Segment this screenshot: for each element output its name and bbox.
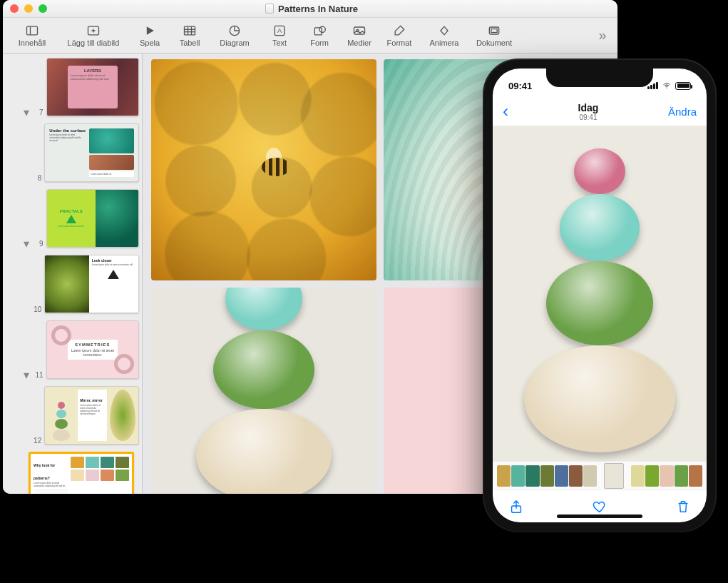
slide-image-urchin-stack[interactable] (151, 288, 376, 494)
svg-point-20 (666, 87, 667, 88)
edit-button[interactable]: Ändra (668, 106, 697, 118)
toolbar-media-button[interactable]: Medier (339, 19, 379, 53)
document-icon (265, 4, 274, 14)
nav-title: Idag 09:41 (578, 101, 599, 122)
slide-title: Under the surface (49, 128, 86, 133)
favorite-button[interactable] (592, 499, 607, 514)
toolbar-format-button[interactable]: Format (379, 19, 419, 53)
scrubber-thumb[interactable] (675, 465, 688, 487)
photo-urchin-stack (524, 148, 675, 452)
toolbar-shape-button[interactable]: Form (299, 19, 339, 53)
scrubber-thumb[interactable] (689, 465, 702, 487)
toolbar-animate-button[interactable]: Animera (419, 19, 469, 53)
toolbar-label: Tabell (180, 39, 200, 47)
close-window-button[interactable] (10, 4, 19, 13)
svg-marker-5 (147, 26, 154, 35)
shape-icon (312, 24, 327, 37)
slide-navigator[interactable]: ▾ 7 LAYERSLorem ipsum dolor sit amet con… (3, 54, 143, 494)
slide-thumb-9[interactable]: ▾ 9 FRACTALSLorem ipsum dolor sit amet. (3, 189, 139, 248)
bee-illustration (255, 152, 297, 182)
chevron-down-icon[interactable]: ▾ (23, 239, 31, 248)
svg-rect-6 (185, 26, 195, 35)
toolbar-document-button[interactable]: Dokument (469, 19, 519, 53)
scrubber-thumb[interactable] (526, 465, 539, 487)
scrubber-thumb[interactable] (540, 465, 554, 487)
photo-scrubber[interactable] (493, 461, 707, 490)
chevron-down-icon[interactable]: ▾ (23, 370, 31, 379)
slide-number: 9 (34, 240, 43, 248)
minimize-window-button[interactable] (24, 4, 33, 13)
svg-rect-14 (314, 27, 322, 34)
table-icon (183, 24, 197, 37)
window-controls (10, 4, 47, 13)
toolbar-label: Text (272, 39, 287, 47)
scrubber-thumb[interactable] (569, 465, 583, 487)
scrubber-thumb[interactable] (583, 465, 597, 487)
svg-point-15 (319, 26, 325, 32)
slide-title: Mirror, mirror (80, 398, 103, 402)
scrubber-thumb[interactable] (631, 465, 645, 487)
titlebar: Patterns In Nature (3, 0, 617, 18)
share-button[interactable] (508, 499, 524, 514)
toolbar-view-button[interactable]: Innehåll (7, 19, 57, 53)
toolbar-label: Medier (347, 39, 371, 47)
toolbar-overflow-button[interactable]: » (592, 27, 613, 44)
scrubber-thumb[interactable] (555, 465, 568, 487)
toolbar: Innehåll Lägg till diabild Spela Tabell … (3, 18, 617, 54)
slide-preview-selected: Why look for patterns?Lorem ipsum dolor … (29, 452, 134, 494)
nav-subtitle-text: 09:41 (578, 113, 599, 121)
zoom-window-button[interactable] (39, 4, 47, 13)
chart-icon (227, 24, 242, 37)
status-time: 09:41 (508, 81, 532, 91)
play-icon (143, 24, 157, 37)
text-icon: A (272, 24, 287, 37)
media-icon (352, 24, 366, 37)
slide-number: 12 (31, 437, 41, 445)
slide-thumb-7[interactable]: ▾ 7 LAYERSLorem ipsum dolor sit amet con… (3, 58, 139, 116)
slide-title: Why look for patterns? (34, 463, 55, 480)
toolbar-chart-button[interactable]: Diagram (210, 19, 260, 53)
slide-preview: Under the surfaceLorem ipsum dolor sit a… (44, 123, 139, 182)
slide-preview: FRACTALSLorem ipsum dolor sit amet. (46, 189, 139, 248)
slide-thumb-13[interactable]: 13 Why look for patterns?Lorem ipsum dol… (3, 452, 139, 494)
delete-button[interactable] (675, 499, 691, 514)
slide-number: 10 (31, 305, 41, 313)
toolbar-add-slide-button[interactable]: Lägg till diabild (57, 19, 130, 53)
toolbar-label: Form (310, 39, 329, 47)
nav-title-text: Idag (578, 102, 599, 113)
toolbar-text-button[interactable]: A Text (260, 19, 299, 53)
slide-preview: SYMMETRIESLorem ipsum dolor sit amet con… (46, 320, 139, 379)
scrubber-current[interactable] (604, 463, 624, 489)
photo-viewer[interactable] (493, 126, 707, 461)
slide-number: 8 (31, 174, 41, 182)
toolbar-label: Spela (140, 39, 160, 47)
toolbar-play-button[interactable]: Spela (130, 19, 170, 53)
iphone-screen: 09:41 ‹ Idag 09:41 Ändra (493, 69, 707, 522)
scrubber-thumb[interactable] (511, 465, 525, 487)
slide-number: 11 (34, 371, 43, 379)
document-title-text: Patterns In Nature (278, 4, 358, 14)
svg-rect-19 (491, 29, 497, 32)
toolbar-table-button[interactable]: Tabell (170, 19, 210, 53)
back-button[interactable]: ‹ (503, 103, 508, 120)
slide-thumb-8[interactable]: 8 Under the surfaceLorem ipsum dolor sit… (3, 123, 139, 182)
slide-preview: LAYERSLorem ipsum dolor sit amet consect… (46, 58, 139, 116)
scrubber-thumb[interactable] (660, 465, 673, 487)
svg-text:A: A (277, 27, 282, 34)
home-indicator[interactable] (557, 514, 642, 518)
document-title: Patterns In Nature (47, 4, 576, 14)
sidebar-icon (25, 24, 39, 37)
brush-icon (392, 24, 406, 37)
slide-number: 7 (34, 108, 43, 116)
document-icon (487, 24, 501, 37)
toolbar-label: Diagram (220, 39, 250, 47)
slide-thumb-11[interactable]: ▾ 11 SYMMETRIESLorem ipsum dolor sit ame… (3, 320, 139, 379)
chevron-down-icon[interactable]: ▾ (23, 108, 31, 116)
slide-thumb-12[interactable]: 12 Mirror, mirrorLorem ipsum dolor sit a… (3, 386, 139, 445)
toolbar-label: Dokument (476, 39, 512, 47)
slide-title: FRACTALS (60, 209, 83, 213)
slide-image-honeycomb[interactable] (151, 59, 376, 280)
slide-thumb-10[interactable]: 10 Look closerLorem ipsum dolor sit amet… (3, 255, 139, 313)
scrubber-thumb[interactable] (645, 465, 659, 487)
scrubber-thumb[interactable] (497, 465, 511, 487)
